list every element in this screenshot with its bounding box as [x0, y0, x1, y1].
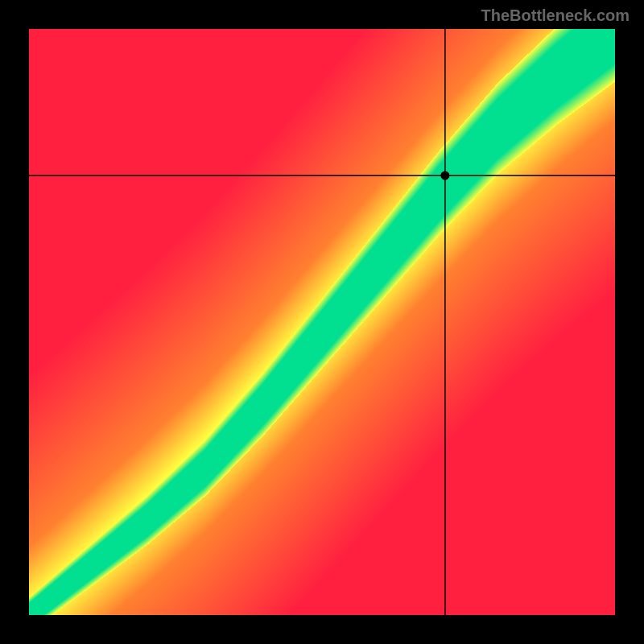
watermark-text: TheBottleneck.com: [481, 6, 630, 25]
heatmap-chart: [29, 29, 615, 615]
heatmap-canvas: [29, 29, 615, 615]
